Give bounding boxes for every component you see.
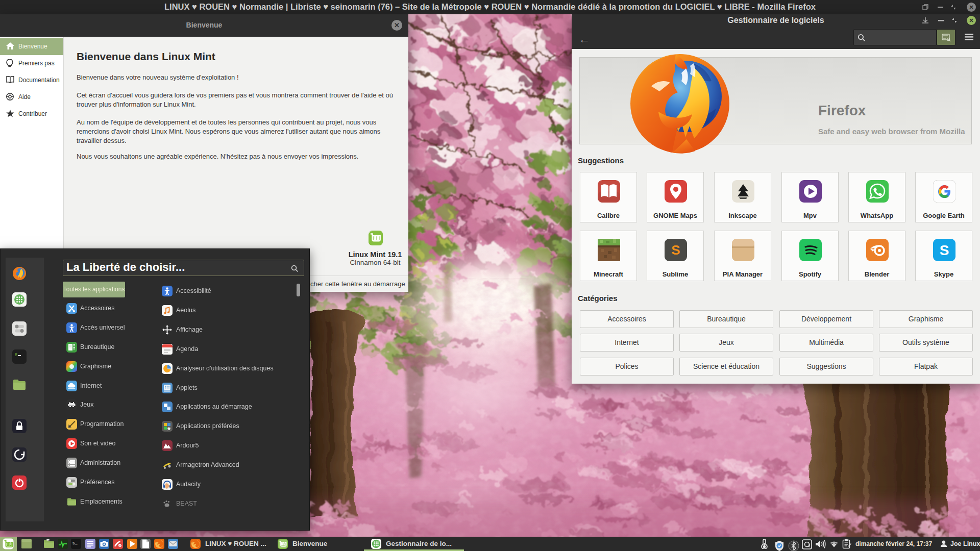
svg-text:$_: $_ [72, 541, 78, 545]
svg-text:S: S [940, 242, 949, 258]
svg-text:S: S [671, 242, 680, 258]
svg-text:$: $ [15, 353, 18, 358]
